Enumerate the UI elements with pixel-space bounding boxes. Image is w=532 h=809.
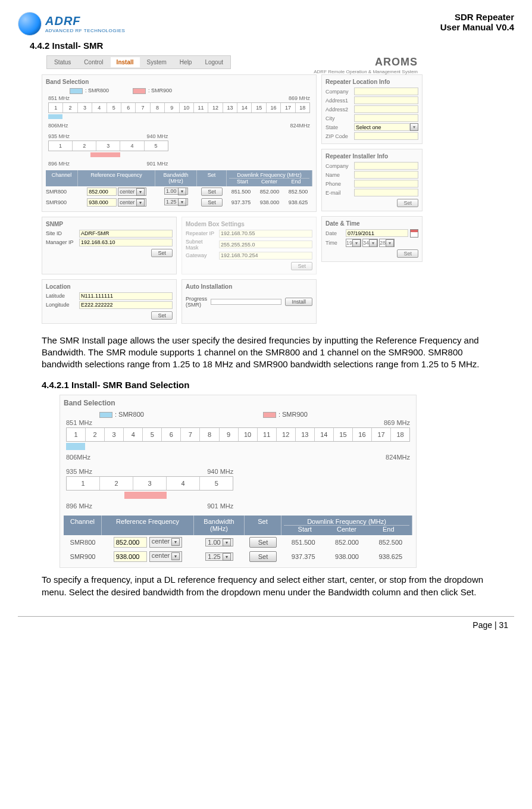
rii-email[interactable] [354,189,418,196]
sm-input [219,240,312,248]
repeater-installer-panel: Repeater Installer Info Company Name Pho… [321,149,423,211]
set-button2-smr900[interactable]: Set [249,551,277,562]
bw-sel-smr900[interactable]: 1.25 ▾ [164,198,188,205]
modem-set-button: Set [291,262,312,270]
chevron-down-icon: ▾ [369,239,377,247]
chevron-down-icon: ▾ [171,552,180,560]
location-set-button[interactable]: Set [151,311,173,320]
rli-city[interactable] [354,114,418,122]
r1-left: 851 MHz [48,95,70,101]
ch-row-smr900: SMR900 center ▾ 1.25 ▾ Set 937.375938.00… [46,197,312,208]
time-h[interactable]: 19▾ [346,239,361,247]
chevron-down-icon: ▾ [178,198,186,206]
rli-zip[interactable] [354,132,418,140]
chevron-down-icon: ▾ [178,188,186,195]
r1-br: 824MHz [290,123,310,129]
site-id-label: Site ID [46,230,77,236]
set-button-smr900[interactable]: Set [201,198,223,207]
calendar-icon[interactable] [410,229,418,238]
tab-help[interactable]: Help [174,57,198,67]
auto-install-panel: Auto Installation Progress (SMR) Install [181,279,317,324]
swatch-blue-icon [70,88,83,94]
bw-sel2-smr800[interactable]: 1.00 ▾ [205,538,233,546]
snmp-set-button[interactable]: Set [151,249,173,257]
chevron-down-icon[interactable]: ▾ [410,123,418,131]
modem-panel: Modem Box Settings Repeater IP Subnet Ma… [181,217,317,274]
page-header: ADRF ADVANCED RF TECHNOLOGIES SDR Repeat… [18,12,514,36]
title2: User Manual V0.4 [440,22,514,32]
sm-label: Subnet Mask [186,239,217,251]
tab-status[interactable]: Status [48,57,77,67]
aroms-sub: ADRF Remote Operation & Management Syste… [42,69,423,74]
band-selection-title: Band Selection [46,79,312,85]
pos-sel-smr800[interactable]: center ▾ [118,188,146,196]
swatch-blue-icon [99,412,112,418]
chevron-down-icon: ▾ [136,188,145,196]
channel-table-head: Channel Reference Frequency Bandwidth (M… [46,170,312,186]
ch-row-smr800: SMR800 center ▾ 1.00 ▾ Set 851.500852.00… [46,186,312,197]
site-id-input[interactable] [79,230,173,238]
r1-bl: 806MHz [48,123,68,129]
repeater-location-panel: Repeater Location Info Company Address1 … [321,74,423,144]
time-m[interactable]: 34▾ [362,239,378,247]
r2-left: 935 MHz [48,133,70,139]
rii-company[interactable] [354,162,418,170]
pos-sel2-smr800[interactable]: center ▾ [149,537,183,548]
ref-freq-smr800[interactable] [87,188,117,196]
tab-install[interactable]: Install [111,57,140,67]
rip-label: Repeater IP [186,230,217,236]
pos-sel2-smr900[interactable]: center ▾ [149,551,183,562]
paragraph-2: To specify a frequency, input a DL refer… [42,574,490,598]
ch-row2-smr800: SMR800 center ▾ 1.00 ▾ Set 851.500852.00… [64,535,412,549]
rii-phone[interactable] [354,180,418,188]
lat-input[interactable] [79,292,173,300]
ref-freq2-smr800[interactable] [114,537,147,548]
install-screenshot: Status Control Install System Help Logou… [42,53,423,329]
ruler-800-big: 123456789101112131415161718 [66,427,410,442]
r2-bl: 896 MHz [48,161,70,167]
rii-set-button[interactable]: Set [397,199,418,207]
rip-input [219,230,312,238]
set-button2-smr800[interactable]: Set [249,537,277,548]
band-selection-large: Band Selection : SMR800 : SMR900 851 MHz… [60,395,417,568]
date-input[interactable] [346,229,408,237]
rli-company[interactable] [354,88,418,95]
rli-state[interactable] [354,123,410,131]
legend-smr900: : SMR900 [133,88,172,94]
chevron-down-icon: ▾ [136,199,145,207]
date-time-panel: Date & Time Date Time 19▾ 34▾ 28▾ Set [321,216,423,262]
lon-input[interactable] [79,301,173,309]
legend-smr800: : SMR800 [70,88,109,94]
tab-system[interactable]: System [141,57,173,67]
tab-logout[interactable]: Logout [199,57,229,67]
ruler-900: 12345 [48,140,168,151]
set-button-smr800[interactable]: Set [201,188,223,196]
tab-bar: Status Control Install System Help Logou… [46,55,231,69]
snmp-panel: SNMP Site ID Manager IP Set [42,217,177,274]
ch-row2-smr900: SMR900 center ▾ 1.25 ▾ Set 937.375938.00… [64,549,412,564]
pos-sel-smr900[interactable]: center ▾ [118,198,146,207]
rii-name[interactable] [354,171,418,179]
bw-sel2-smr900[interactable]: 1.25 ▾ [205,552,233,561]
tab-control[interactable]: Control [78,57,109,67]
legend-smr900-2: : SMR900 [263,411,308,418]
swatch-red-icon [133,88,146,94]
paragraph-1: The SMR Install page allows the user spe… [42,335,490,371]
time-s[interactable]: 28▾ [379,239,395,247]
rli-addr2[interactable] [354,105,418,113]
brand: ADRF [45,14,125,28]
chevron-down-icon: ▾ [171,538,180,546]
dt-set-button[interactable]: Set [397,249,418,258]
section-442: 4.4.2 Install- SMR [30,40,514,51]
logo: ADRF ADVANCED RF TECHNOLOGIES [18,12,125,36]
gw-label: Gateway [186,252,217,258]
ref-freq-smr900[interactable] [87,198,117,207]
ref-freq2-smr900[interactable] [114,551,147,562]
install-button[interactable]: Install [285,298,312,306]
section-4421: 4.4.2.1 Install- SMR Band Selection [42,380,514,390]
bw-sel-smr800[interactable]: 1.00 ▾ [164,188,188,195]
mgr-ip-input[interactable] [79,239,173,246]
rli-addr1[interactable] [354,96,418,104]
chevron-down-icon: ▾ [386,239,394,247]
title1: SDR Repeater [440,12,514,22]
